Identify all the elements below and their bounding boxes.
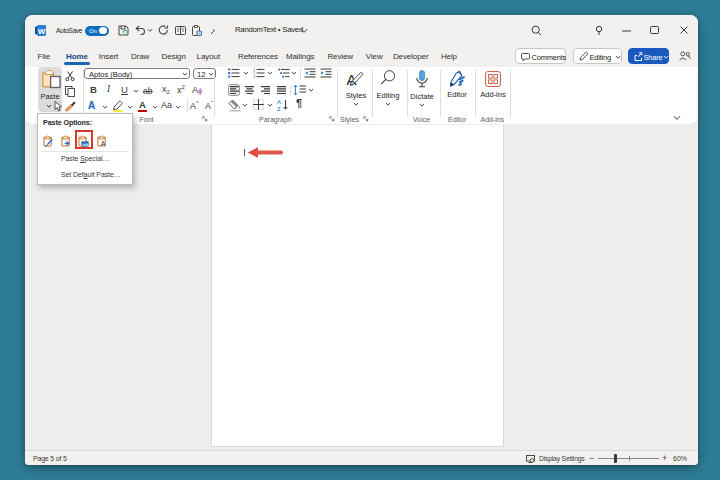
svg-text:Z: Z xyxy=(277,106,281,112)
svg-text:A: A xyxy=(101,140,106,147)
svg-text:A: A xyxy=(277,99,281,105)
svg-text:W: W xyxy=(38,26,46,35)
svg-text:3: 3 xyxy=(253,75,255,79)
